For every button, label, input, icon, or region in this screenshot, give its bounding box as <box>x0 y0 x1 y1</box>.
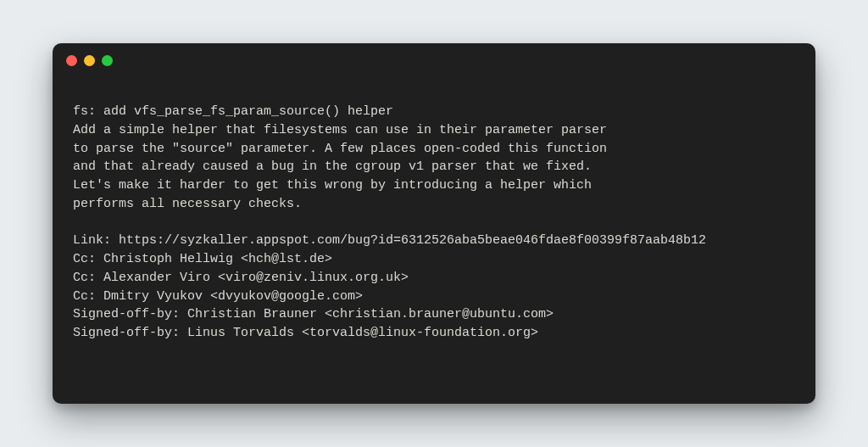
terminal-window: fs: add vfs_parse_fs_param_source() help… <box>53 43 815 403</box>
commit-line: Cc: Alexander Viro <viro@zeniv.linux.org… <box>73 271 409 285</box>
close-icon[interactable] <box>66 55 77 66</box>
commit-line: Signed-off-by: Christian Brauner <christ… <box>73 307 554 321</box>
maximize-icon[interactable] <box>102 55 113 66</box>
commit-line: Add a simple helper that filesystems can… <box>73 123 607 137</box>
commit-line: to parse the "source" parameter. A few p… <box>73 142 607 156</box>
commit-line: Let's make it harder to get this wrong b… <box>73 178 592 193</box>
commit-line: Cc: Christoph Hellwig <hch@lst.de> <box>73 252 332 266</box>
commit-line: Signed-off-by: Linus Torvalds <torvalds@… <box>73 326 538 340</box>
minimize-icon[interactable] <box>84 55 95 66</box>
titlebar <box>53 43 815 77</box>
commit-line: Cc: Dmitry Vyukov <dvyukov@google.com> <box>73 289 363 304</box>
commit-line: performs all necessary checks. <box>73 197 302 211</box>
terminal-content: fs: add vfs_parse_fs_param_source() help… <box>53 77 815 360</box>
commit-line: Link: https://syzkaller.appspot.com/bug?… <box>73 233 706 248</box>
commit-line: fs: add vfs_parse_fs_param_source() help… <box>73 104 393 119</box>
commit-line: and that already caused a bug in the cgr… <box>73 159 592 174</box>
